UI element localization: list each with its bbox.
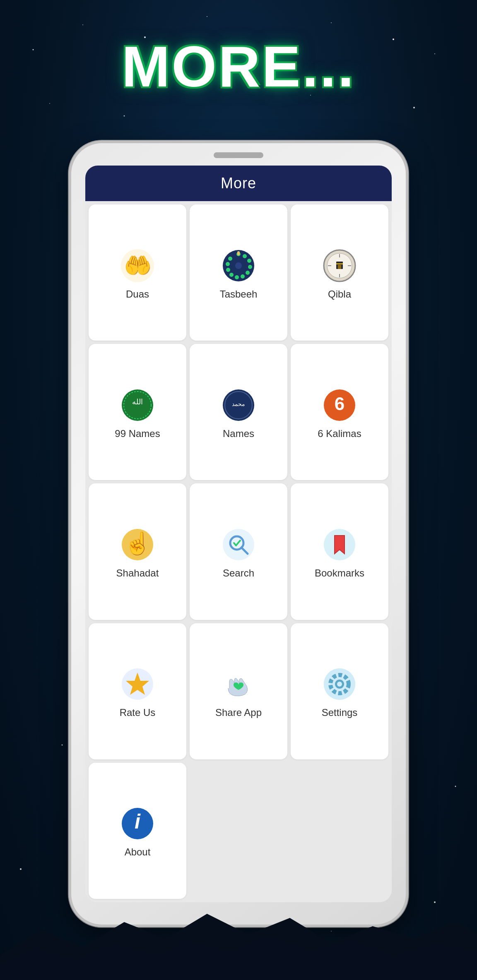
rateus-label: Rate Us: [120, 707, 156, 718]
svg-rect-44: [237, 251, 240, 255]
svg-point-41: [226, 262, 230, 266]
menu-item-rateus[interactable]: Rate Us: [89, 623, 186, 759]
svg-point-9: [124, 115, 125, 117]
tasbeeh-icon: [220, 247, 257, 284]
settings-label: Settings: [322, 707, 358, 718]
menu-item-duas[interactable]: 🤲 Duas: [89, 204, 186, 341]
svg-text:6: 6: [335, 394, 344, 414]
rateus-icon: [119, 665, 156, 703]
menu-item-shareapp[interactable]: Share App: [190, 623, 287, 759]
search-label: Search: [223, 567, 254, 579]
duas-icon: 🤲: [119, 247, 156, 284]
svg-point-11: [413, 107, 415, 108]
page-title: MORE...: [0, 33, 477, 100]
svg-text:i: i: [135, 810, 141, 833]
svg-point-33: [243, 254, 247, 258]
shahadat-icon: ☝️: [119, 526, 156, 563]
kalimas-icon: 6: [321, 387, 358, 424]
svg-rect-52: [338, 265, 341, 269]
svg-point-42: [228, 257, 232, 261]
svg-point-80: [337, 682, 342, 687]
99names-label: 99 Names: [115, 428, 160, 440]
shareapp-icon: [220, 665, 257, 703]
svg-point-40: [226, 268, 230, 272]
empty-cell-2: [291, 763, 388, 899]
menu-item-99names[interactable]: الله 99 Names: [89, 344, 186, 480]
svg-point-8: [49, 103, 50, 104]
99names-icon: الله: [119, 387, 156, 424]
kalimas-label: 6 Kalimas: [318, 428, 361, 440]
shahadat-label: Shahadat: [116, 567, 159, 579]
svg-rect-53: [336, 263, 343, 264]
svg-point-39: [229, 273, 234, 277]
svg-point-34: [247, 259, 251, 263]
svg-text:🤲: 🤲: [124, 252, 152, 279]
menu-item-kalimas[interactable]: 6 6 Kalimas: [291, 344, 388, 480]
app-header: More: [85, 166, 392, 201]
qibla-label: Qibla: [328, 288, 351, 300]
duas-label: Duas: [126, 288, 149, 300]
about-icon: i: [119, 805, 156, 842]
search-icon: [220, 526, 257, 563]
menu-item-bookmarks[interactable]: Bookmarks: [291, 483, 388, 620]
svg-point-35: [248, 265, 252, 269]
qibla-icon: [321, 247, 358, 284]
about-label: About: [125, 846, 151, 858]
svg-point-12: [62, 745, 63, 746]
phone-speaker: [214, 152, 263, 158]
bookmarks-label: Bookmarks: [315, 567, 364, 579]
svg-point-36: [246, 271, 250, 275]
menu-item-about[interactable]: i About: [89, 763, 186, 899]
svg-point-38: [235, 275, 239, 279]
names-label: Names: [223, 428, 254, 440]
menu-item-names[interactable]: محمد Names: [190, 344, 287, 480]
phone-frame: More 🤲 Duas: [69, 141, 408, 927]
svg-text:☝️: ☝️: [124, 531, 151, 556]
settings-icon: [321, 665, 358, 703]
menu-item-qibla[interactable]: Qibla: [291, 204, 388, 341]
menu-item-tasbeeh[interactable]: Tasbeeh: [190, 204, 287, 341]
svg-point-20: [20, 868, 22, 870]
svg-point-5: [331, 22, 332, 23]
svg-point-1: [82, 24, 83, 25]
menu-item-shahadat[interactable]: ☝️ Shahadat: [89, 483, 186, 620]
tasbeeh-label: Tasbeeh: [220, 288, 258, 300]
svg-point-64: [223, 529, 254, 560]
menu-grid: 🤲 Duas: [85, 201, 392, 902]
svg-text:محمد: محمد: [232, 401, 245, 407]
menu-item-search[interactable]: Search: [190, 483, 287, 620]
svg-point-43: [235, 262, 242, 269]
names-icon: محمد: [220, 387, 257, 424]
svg-point-37: [241, 274, 245, 279]
mountains-silhouette: [0, 897, 477, 980]
phone-screen: More 🤲 Duas: [85, 166, 392, 902]
svg-point-16: [455, 786, 456, 787]
shareapp-label: Share App: [215, 707, 262, 718]
menu-item-settings[interactable]: Settings: [291, 623, 388, 759]
svg-point-3: [207, 16, 207, 17]
bookmarks-icon: [321, 526, 358, 563]
svg-text:الله: الله: [132, 398, 143, 406]
empty-cell-1: [190, 763, 287, 899]
